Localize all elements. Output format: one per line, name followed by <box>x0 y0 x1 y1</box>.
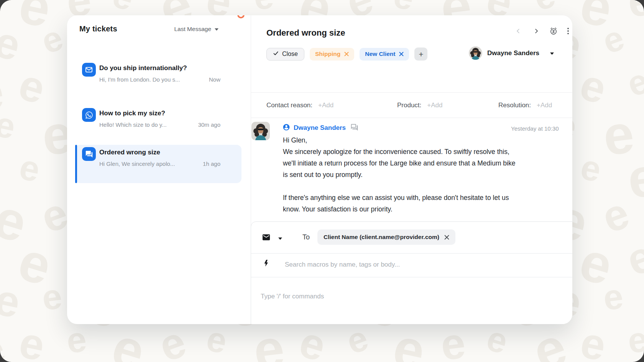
email-icon <box>82 63 96 77</box>
assignee-dropdown[interactable]: Dwayne Sanders <box>469 46 554 60</box>
message-line: We sincerely apologize for the inconveni… <box>283 148 572 159</box>
sender-name-link[interactable]: Dwayne Sanders <box>294 124 346 132</box>
channel-selector[interactable] <box>261 233 282 243</box>
ticket-title: How to pick my size? <box>99 110 220 117</box>
ticket-time: 30m ago <box>194 121 220 128</box>
close-ticket-button[interactable]: Close <box>266 48 304 61</box>
email-channel-icon <box>261 233 271 243</box>
ticket-list-title: My tickets <box>79 25 117 33</box>
tag-label: Shipping <box>315 51 340 57</box>
remove-recipient-icon[interactable] <box>444 235 449 240</box>
recipient-chip: Client Name (client.name@provider.com) <box>317 229 455 245</box>
message-line: know. Your satisfaction is our priority. <box>283 205 572 217</box>
ticket-list-header: My tickets Last Message <box>79 25 219 33</box>
tag-label: New Client <box>365 51 395 57</box>
assignee-avatar <box>469 46 482 60</box>
snooze-icon[interactable] <box>548 25 559 37</box>
ticket-preview: Hello! Which size to do y... <box>99 121 167 128</box>
field-label-contact-reason: Contact reason: <box>266 102 312 109</box>
person-icon <box>283 123 290 133</box>
message-line: Hi Glen, <box>283 136 572 148</box>
chevron-down-icon <box>278 238 282 240</box>
chat-bubble-icon[interactable] <box>350 123 358 133</box>
selected-indicator-bar <box>75 145 77 183</box>
ticket-fields-row: Contact reason: +Add Product: +Add Resol… <box>251 92 572 118</box>
chevron-down-icon <box>215 28 219 31</box>
composer-divider <box>251 253 572 254</box>
ticket-title: Ordered wrong size <box>99 149 220 156</box>
macro-search-input[interactable] <box>285 257 530 272</box>
message-line: If there's anything else we can assist y… <box>283 194 572 205</box>
ticket-row-ordered-wrong-size-selected[interactable]: Ordered wrong size Hi Glen, We sincerely… <box>75 145 242 183</box>
reply-composer: To Client Name (client.name@provider.com… <box>251 221 572 324</box>
more-options-icon[interactable] <box>562 25 572 37</box>
message-body: Hi Glen, We sincerely apologize for the … <box>283 136 572 217</box>
chevron-down-icon <box>550 52 554 55</box>
conversation-title: Ordered wrong size <box>266 28 345 38</box>
add-product-button[interactable]: +Add <box>427 102 442 109</box>
sort-dropdown[interactable]: Last Message <box>174 26 219 33</box>
add-tag-button[interactable]: + <box>414 48 427 61</box>
ticket-row-pick-my-size[interactable]: How to pick my size? Hello! Which size t… <box>75 106 242 144</box>
message-line <box>283 182 572 194</box>
editor-placeholder: Type '/' for commands <box>261 293 571 300</box>
plus-label: + <box>419 50 423 58</box>
ticket-preview: Hi, I'm from London. Do you s... <box>99 76 180 83</box>
message-line: we'll initiate a return process for the … <box>283 159 572 171</box>
assignee-name: Dwayne Sanders <box>487 49 539 57</box>
message-line: is sent out to you promptly. <box>283 171 572 182</box>
ticket-title: Do you ship internationally? <box>99 64 220 72</box>
macro-lightning-icon <box>263 258 270 270</box>
add-resolution-button[interactable]: +Add <box>537 102 552 109</box>
tags-row: Close Shipping New Client + <box>266 48 427 61</box>
ticket-preview: Hi Glen, We sincerely apolo... <box>99 161 175 167</box>
field-label-resolution: Resolution: <box>498 102 531 109</box>
field-label-product: Product: <box>397 102 421 109</box>
message-timestamp: Yesterday at 10:30 <box>511 125 559 132</box>
add-contact-reason-button[interactable]: +Add <box>318 102 334 109</box>
notification-peek <box>237 15 245 18</box>
ticket-row-ship-internationally[interactable]: Do you ship internationally? Hi, I'm fro… <box>75 61 242 99</box>
to-label: To <box>302 233 310 241</box>
tag-shipping[interactable]: Shipping <box>310 48 354 61</box>
reply-editor[interactable]: Type '/' for commands <box>261 283 571 324</box>
tag-new-client[interactable]: New Client <box>360 48 409 61</box>
app-background: eeeeeeeeeeeeeeeeeeeeeeeeeeeeeeeeeeeeeeee… <box>0 0 644 362</box>
remove-tag-icon[interactable] <box>344 52 349 56</box>
close-label: Close <box>282 51 298 57</box>
sender-avatar <box>251 122 270 140</box>
ticket-time: Now <box>205 76 220 83</box>
whatsapp-icon <box>82 108 96 122</box>
recipient-text: Client Name (client.name@provider.com) <box>324 234 439 241</box>
composer-divider <box>251 277 572 277</box>
helpdesk-window: My tickets Last Message Do you ship inte… <box>67 15 572 324</box>
chat-icon <box>82 147 96 161</box>
message-sender-row: Dwayne Sanders <box>283 123 358 133</box>
check-icon <box>273 51 279 57</box>
previous-ticket-icon[interactable] <box>513 25 524 37</box>
ticket-time: 1h ago <box>199 161 220 167</box>
remove-tag-icon[interactable] <box>399 52 404 56</box>
sort-label: Last Message <box>174 26 212 33</box>
next-ticket-icon[interactable] <box>531 25 542 37</box>
